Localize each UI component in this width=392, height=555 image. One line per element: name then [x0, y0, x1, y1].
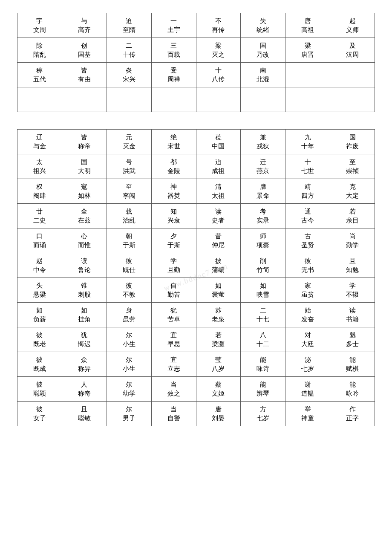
- table-cell: 至李闯: [107, 179, 151, 204]
- table-cell: 至崇祯: [330, 154, 375, 179]
- table-cell: 读史者: [196, 204, 241, 228]
- table-cell: 学且勤: [151, 253, 196, 278]
- table-cell: 莅中国: [196, 130, 241, 154]
- table-cell: 元灭金: [107, 130, 151, 154]
- table-cell: 头悬梁: [17, 278, 62, 303]
- table-cell: 如映雪: [241, 278, 285, 303]
- table-cell: 清太祖: [196, 179, 241, 204]
- table-cell: 读书籍: [330, 303, 375, 327]
- table-cell: 考实录: [241, 204, 285, 228]
- table-cell: 昔仲尼: [196, 228, 241, 253]
- table-cell: 失统绪: [241, 13, 285, 38]
- table-cell: [285, 87, 330, 112]
- table-cell: 魁多士: [330, 327, 375, 352]
- table-cell: 国乃改: [241, 38, 285, 63]
- table-cell: 夕于斯: [151, 228, 196, 253]
- table-cell: 尔男子: [107, 402, 151, 426]
- table-cell: 皆称帝: [62, 130, 107, 154]
- table-cell: 起义师: [330, 13, 375, 38]
- table-cell: 学不辍: [330, 278, 375, 303]
- table-cell: 权阉肆: [17, 179, 62, 204]
- table-cell: 当自警: [151, 402, 196, 426]
- table1-container: 宇文周与高齐迫至隋一土宇不再传失统绪唐高祖起义师除隋乱创国基二十传三百载梁灭之国…: [17, 13, 375, 112]
- table-cell: 十八传: [196, 63, 241, 87]
- table-cell: 国祚废: [330, 130, 375, 154]
- table-cell: 举神童: [285, 402, 330, 426]
- table-cell: 全在兹: [62, 204, 107, 228]
- table-cell: 蔡文姬: [196, 377, 241, 402]
- table-cell: 皆有由: [62, 63, 107, 87]
- table-cell: 能赋棋: [330, 352, 375, 377]
- table-cell: 八十二: [241, 327, 285, 352]
- table-cell: 梁灭之: [196, 38, 241, 63]
- table-cell: 太祖兴: [17, 154, 62, 179]
- table-cell: 神器焚: [151, 179, 196, 204]
- table-cell: 作正字: [330, 402, 375, 426]
- table-cell: 自勤苦: [151, 278, 196, 303]
- table-cell: [285, 63, 330, 87]
- table-cell: 苏老泉: [196, 303, 241, 327]
- table-cell: 彼既成: [17, 352, 62, 377]
- table-cell: 二十传: [107, 38, 151, 63]
- table-cell: 尔小生: [107, 327, 151, 352]
- table-cell: 靖四方: [285, 179, 330, 204]
- table-cell: 兼戎狄: [241, 130, 285, 154]
- table-cell: 迫至隋: [107, 13, 151, 38]
- table-cell: 削竹简: [241, 253, 285, 278]
- table-cell: 能咏吟: [330, 377, 375, 402]
- table-cell: 始发奋: [285, 303, 330, 327]
- table-cell: 家虽贫: [285, 278, 330, 303]
- table-cell: 不再传: [196, 13, 241, 38]
- table-cell: 寇如林: [62, 179, 107, 204]
- table-cell: 十七世: [285, 154, 330, 179]
- table-cell: 通古今: [285, 204, 330, 228]
- table-cell: 如挂角: [62, 303, 107, 327]
- table-cell: 号洪武: [107, 154, 151, 179]
- table-cell: 绝宋世: [151, 130, 196, 154]
- table-cell: 谢道韫: [285, 377, 330, 402]
- table-cell: 锥刺股: [62, 278, 107, 303]
- table-cell: 唐高祖: [285, 13, 330, 38]
- table-cell: 彼既仕: [107, 253, 151, 278]
- table-cell: 师项橐: [241, 228, 285, 253]
- table-cell: 若梁灏: [196, 327, 241, 352]
- table-cell: 人称奇: [62, 377, 107, 402]
- table-cell: 三百载: [151, 38, 196, 63]
- table-cell: 一土宇: [151, 13, 196, 38]
- table-cell: 创国基: [62, 38, 107, 63]
- table-cell: 读鲁论: [62, 253, 107, 278]
- table-cell: 廿二史: [17, 204, 62, 228]
- table-cell: 宇文周: [17, 13, 62, 38]
- table-cell: [151, 87, 196, 112]
- table-cell: [107, 87, 151, 112]
- table-cell: [17, 87, 62, 112]
- table-cell: 泌七岁: [285, 352, 330, 377]
- table-cell: 尔小生: [107, 352, 151, 377]
- table-cell: 唐刘晏: [196, 402, 241, 426]
- table-cell: 披蒲编: [196, 253, 241, 278]
- table1: 宇文周与高齐迫至隋一土宇不再传失统绪唐高祖起义师除隋乱创国基二十传三百载梁灭之国…: [17, 13, 375, 112]
- table-cell: [196, 87, 241, 112]
- table-cell: 彼既老: [17, 327, 62, 352]
- table-cell: [241, 87, 285, 112]
- table-cell: 载治乱: [107, 204, 151, 228]
- table-cell: 方七岁: [241, 402, 285, 426]
- table-cell: 膺景命: [241, 179, 285, 204]
- table-cell: 九十年: [285, 130, 330, 154]
- table-cell: 及汉周: [330, 38, 375, 63]
- table-cell: 朝于斯: [107, 228, 151, 253]
- table-cell: 除隋乱: [17, 38, 62, 63]
- table-cell: 彼无书: [285, 253, 330, 278]
- table-cell: 炎宋兴: [107, 63, 151, 87]
- table-cell: 尔幼学: [107, 377, 151, 402]
- table-cell: 都金陵: [151, 154, 196, 179]
- table-cell: [62, 87, 107, 112]
- table-cell: 辽与金: [17, 130, 62, 154]
- table-cell: 身虽劳: [107, 303, 151, 327]
- table-cell: 能辨琴: [241, 377, 285, 402]
- table-cell: 宜立志: [151, 352, 196, 377]
- table-cell: 与高齐: [62, 13, 107, 38]
- table-cell: 迫成祖: [196, 154, 241, 179]
- table-cell: 赵中令: [17, 253, 62, 278]
- table-cell: 口而诵: [17, 228, 62, 253]
